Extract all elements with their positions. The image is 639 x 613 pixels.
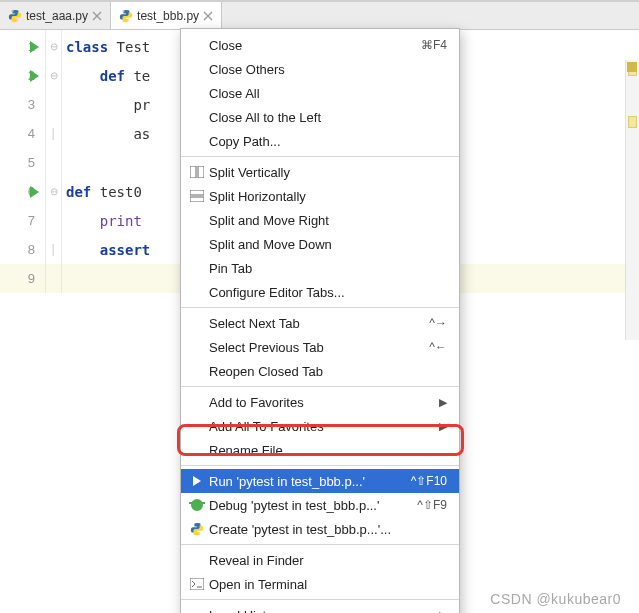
tab-bar: test_aaa.py test_bbb.py [0, 2, 639, 30]
menu-reopen-closed-tab[interactable]: Reopen Closed Tab [181, 359, 459, 383]
python-icon [187, 522, 207, 536]
menu-split-move-right[interactable]: Split and Move Right [181, 208, 459, 232]
menu-select-next-tab[interactable]: Select Next Tab^→ [181, 311, 459, 335]
fold-column: ⊖⊖│⊖│ [46, 30, 62, 293]
separator [181, 599, 459, 600]
menu-debug-pytest[interactable]: Debug 'pytest in test_bbb.p...'^⇧F9 [181, 493, 459, 517]
watermark: CSDN @kukubear0 [490, 591, 621, 607]
menu-rename-file[interactable]: Rename File... [181, 438, 459, 462]
gutter: 1 2 3 4 5 6 7 8 9 [0, 30, 46, 293]
tab-test-bbb[interactable]: test_bbb.py [111, 2, 222, 29]
terminal-icon [187, 578, 207, 590]
menu-select-prev-tab[interactable]: Select Previous Tab^← [181, 335, 459, 359]
svg-rect-1 [198, 166, 204, 178]
separator [181, 386, 459, 387]
menu-split-vertically[interactable]: Split Vertically [181, 160, 459, 184]
menu-reveal-finder[interactable]: Reveal in Finder [181, 548, 459, 572]
menu-add-favorites[interactable]: Add to Favorites▶ [181, 390, 459, 414]
menu-close-all[interactable]: Close All [181, 81, 459, 105]
menu-split-horizontally[interactable]: Split Horizontally [181, 184, 459, 208]
submenu-arrow-icon: ▶ [439, 609, 447, 614]
submenu-arrow-icon: ▶ [439, 420, 447, 433]
error-stripe[interactable] [625, 60, 639, 340]
inspection-icon[interactable] [627, 62, 637, 72]
svg-rect-2 [190, 190, 204, 195]
tab-test-aaa[interactable]: test_aaa.py [0, 2, 111, 29]
split-horizontal-icon [187, 190, 207, 202]
run-gutter-icon[interactable] [30, 41, 39, 53]
menu-local-history[interactable]: Local History▶ [181, 603, 459, 613]
menu-close-left[interactable]: Close All to the Left [181, 105, 459, 129]
run-gutter-icon[interactable] [30, 186, 39, 198]
tab-label: test_bbb.py [137, 9, 199, 23]
menu-create-pytest[interactable]: Create 'pytest in test_bbb.p...'... [181, 517, 459, 541]
debug-icon [187, 499, 207, 511]
separator [181, 544, 459, 545]
svg-rect-3 [190, 197, 204, 202]
split-vertical-icon [187, 166, 207, 178]
close-icon[interactable] [203, 11, 213, 21]
menu-copy-path[interactable]: Copy Path... [181, 129, 459, 153]
separator [181, 307, 459, 308]
svg-rect-0 [190, 166, 196, 178]
menu-close-others[interactable]: Close Others [181, 57, 459, 81]
marker[interactable] [628, 116, 637, 128]
separator [181, 156, 459, 157]
menu-split-move-down[interactable]: Split and Move Down [181, 232, 459, 256]
context-menu: Close⌘F4 Close Others Close All Close Al… [180, 28, 460, 613]
tab-label: test_aaa.py [26, 9, 88, 23]
menu-configure-tabs[interactable]: Configure Editor Tabs... [181, 280, 459, 304]
svg-rect-4 [190, 578, 204, 590]
menu-pin-tab[interactable]: Pin Tab [181, 256, 459, 280]
menu-run-pytest[interactable]: Run 'pytest in test_bbb.p...'^⇧F10 [181, 469, 459, 493]
run-icon [187, 476, 207, 486]
python-icon [8, 9, 22, 23]
menu-close[interactable]: Close⌘F4 [181, 33, 459, 57]
menu-add-all-favorites[interactable]: Add All To Favorites▶ [181, 414, 459, 438]
separator [181, 465, 459, 466]
close-icon[interactable] [92, 11, 102, 21]
submenu-arrow-icon: ▶ [439, 396, 447, 409]
run-gutter-icon[interactable] [30, 70, 39, 82]
menu-open-terminal[interactable]: Open in Terminal [181, 572, 459, 596]
python-icon [119, 9, 133, 23]
